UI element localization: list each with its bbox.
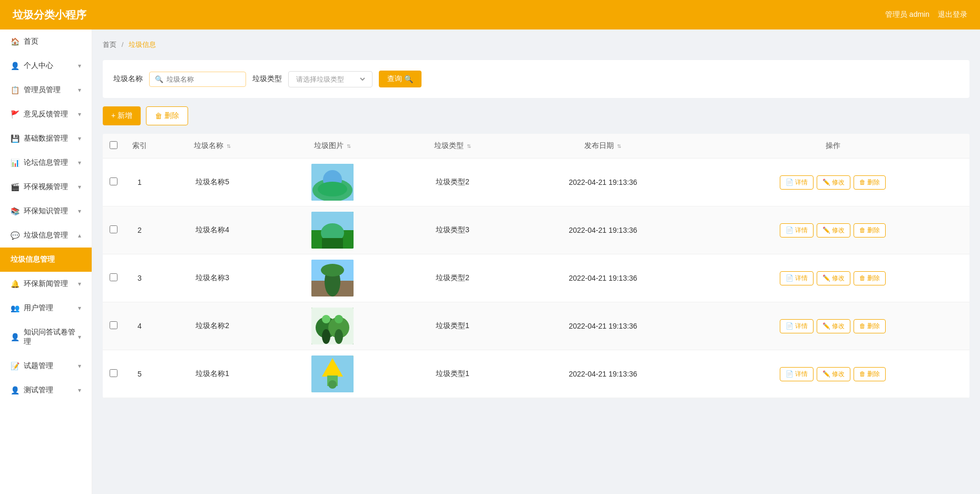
row-checkbox[interactable]	[110, 273, 117, 281]
delete-row-button[interactable]: 🗑 删除	[854, 271, 886, 285]
row-checkbox[interactable]	[110, 369, 117, 377]
cell-index: 1	[124, 159, 155, 206]
cell-image	[269, 254, 396, 302]
sidebar-item-trash-info[interactable]: 💬 垃圾信息管理 ▴	[0, 223, 92, 248]
breadcrumb-separator: /	[122, 41, 124, 48]
row-checkbox[interactable]	[110, 177, 117, 185]
sidebar: 🏠 首页 👤 个人中心 ▾ 📋 管理员管理 ▾ 🚩 意见反馈管理 ▾	[0, 29, 92, 494]
sidebar-item-basic-data[interactable]: 💾 基础数据管理 ▾	[0, 126, 92, 151]
detail-button[interactable]: 📄 详情	[780, 319, 814, 333]
table-row: 3 垃圾名称3 垃圾类型2 2022-04-21 19:13:36 📄	[103, 254, 969, 302]
col-action: 操作	[697, 134, 969, 159]
table-row: 5 垃圾名称1 垃圾类型1 2022-04-21 19:13:36 📄	[103, 350, 969, 398]
sidebar-item-test-manage[interactable]: 👤 测试管理 ▾	[0, 378, 92, 402]
delete-row-button[interactable]: 🗑 删除	[854, 367, 886, 381]
detail-label: 详情	[795, 370, 808, 379]
delete-row-button[interactable]: 🗑 删除	[854, 319, 886, 333]
chevron-down-icon: ▾	[78, 208, 81, 215]
sidebar-item-env-news[interactable]: 🔔 环保新闻管理 ▾	[0, 272, 92, 296]
sidebar-item-personal[interactable]: 👤 个人中心 ▾	[0, 54, 92, 78]
cell-type: 垃圾类型2	[396, 159, 509, 206]
detail-button[interactable]: 📄 详情	[780, 175, 814, 190]
sidebar-item-user-manage[interactable]: 👥 用户管理 ▾	[0, 296, 92, 320]
sidebar-item-label: 基础数据管理	[24, 134, 68, 143]
detail-icon: 📄	[786, 226, 793, 234]
filter-type-select[interactable]: 请选择垃圾类型 垃圾类型1 垃圾类型2 垃圾类型3	[294, 75, 367, 84]
add-button[interactable]: + 新增	[103, 106, 141, 125]
edit-button[interactable]: ✏️ 修改	[817, 319, 850, 333]
sort-icon[interactable]: ⇅	[347, 143, 351, 149]
search-button[interactable]: 查询 🔍	[379, 71, 422, 87]
app-title: 垃圾分类小程序	[13, 8, 86, 22]
col-image: 垃圾图片 ⇅	[269, 134, 396, 159]
sidebar-item-quiz[interactable]: 👤 知识问答试卷管理 ▾	[0, 320, 92, 354]
row-checkbox[interactable]	[110, 321, 117, 329]
search-icon: 🔍	[155, 75, 163, 83]
detail-button[interactable]: 📄 详情	[780, 223, 814, 238]
data-table-wrap: 索引 垃圾名称 ⇅ 垃圾图片 ⇅ 垃圾类型 ⇅	[103, 134, 969, 398]
sort-icon[interactable]: ⇅	[467, 143, 471, 149]
logout-button[interactable]: 退出登录	[938, 10, 967, 19]
sort-icon[interactable]: ⇅	[617, 143, 621, 149]
personal-icon: 👤	[11, 62, 19, 70]
add-button-label: + 新增	[111, 111, 132, 121]
svg-point-16	[335, 329, 343, 344]
sidebar-item-label: 用户管理	[24, 303, 53, 313]
cell-name: 垃圾名称1	[155, 350, 269, 398]
layout: 🏠 首页 👤 个人中心 ▾ 📋 管理员管理 ▾ 🚩 意见反馈管理 ▾	[0, 29, 980, 494]
sidebar-item-label: 垃圾信息管理	[11, 255, 55, 264]
sidebar-item-env-knowledge[interactable]: 📚 环保知识管理 ▾	[0, 199, 92, 223]
sidebar-item-label: 管理员管理	[24, 85, 61, 95]
filter-name-input[interactable]	[166, 75, 240, 83]
sidebar-item-env-video[interactable]: 🎬 环保视频管理 ▾	[0, 175, 92, 199]
delete-row-label: 删除	[867, 226, 880, 235]
detail-button[interactable]: 📄 详情	[780, 271, 814, 285]
chevron-down-icon: ▾	[78, 111, 81, 118]
delete-row-label: 删除	[867, 322, 880, 331]
edit-button[interactable]: ✏️ 修改	[817, 271, 850, 285]
delete-button-label: 删除	[164, 111, 179, 121]
sidebar-item-feedback[interactable]: 🚩 意见反馈管理 ▾	[0, 102, 92, 126]
svg-point-11	[321, 264, 344, 276]
delete-row-button[interactable]: 🗑 删除	[854, 223, 886, 238]
cell-type: 垃圾类型3	[396, 206, 509, 254]
svg-point-18	[335, 315, 343, 323]
cell-index: 3	[124, 254, 155, 302]
admin-icon: 📋	[11, 86, 19, 94]
svg-point-15	[322, 329, 330, 344]
edit-button[interactable]: ✏️ 修改	[817, 175, 850, 190]
filter-name-label: 垃圾名称	[113, 74, 143, 84]
select-all-checkbox[interactable]	[110, 141, 117, 149]
edit-label: 修改	[832, 178, 845, 187]
row-checkbox[interactable]	[110, 225, 117, 233]
sidebar-item-exam[interactable]: 📝 试题管理 ▾	[0, 354, 92, 378]
delete-row-button[interactable]: 🗑 删除	[854, 175, 886, 190]
delete-row-icon: 🗑	[859, 179, 866, 186]
delete-row-icon: 🗑	[859, 274, 866, 282]
filter-type-select-wrap: 请选择垃圾类型 垃圾类型1 垃圾类型2 垃圾类型3	[288, 71, 373, 87]
edit-icon: ✏️	[822, 274, 830, 282]
cell-date: 2022-04-21 19:13:36	[509, 206, 697, 254]
trash-image	[311, 212, 354, 249]
breadcrumb: 首页 / 垃圾信息	[103, 40, 969, 50]
svg-point-17	[322, 315, 330, 323]
breadcrumb-home[interactable]: 首页	[103, 41, 116, 48]
edit-button[interactable]: ✏️ 修改	[817, 367, 850, 381]
detail-button[interactable]: 📄 详情	[780, 367, 814, 381]
env-knowledge-icon: 📚	[11, 207, 19, 215]
svg-point-22	[328, 380, 337, 389]
search-button-label: 查询	[387, 74, 402, 84]
batch-delete-button[interactable]: 🗑 删除	[146, 106, 188, 125]
sidebar-item-trash-manage[interactable]: 垃圾信息管理	[0, 248, 92, 272]
sidebar-item-home[interactable]: 🏠 首页	[0, 29, 92, 54]
cell-date: 2022-04-21 19:13:36	[509, 254, 697, 302]
cell-date: 2022-04-21 19:13:36	[509, 350, 697, 398]
chevron-down-icon: ▾	[78, 135, 81, 142]
data-table: 索引 垃圾名称 ⇅ 垃圾图片 ⇅ 垃圾类型 ⇅	[103, 134, 969, 398]
sidebar-item-admin[interactable]: 📋 管理员管理 ▾	[0, 78, 92, 102]
delete-row-icon: 🗑	[859, 322, 866, 330]
edit-button[interactable]: ✏️ 修改	[817, 223, 850, 238]
sort-icon[interactable]: ⇅	[227, 143, 231, 149]
sidebar-item-label: 环保知识管理	[24, 206, 68, 216]
sidebar-item-forum[interactable]: 📊 论坛信息管理 ▾	[0, 151, 92, 175]
